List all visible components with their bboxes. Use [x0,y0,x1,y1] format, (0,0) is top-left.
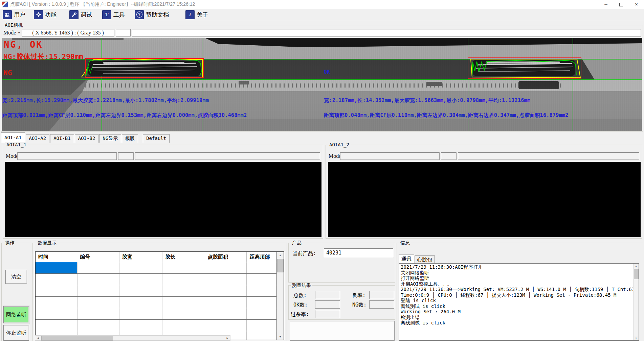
ng-count-field[interactable] [369,300,394,309]
panel2-label: AOIA1_2 [328,142,351,147]
table-cell[interactable] [205,320,247,331]
table-cell[interactable] [119,285,162,296]
table-cell[interactable] [205,285,247,296]
table-row [36,262,276,274]
scroll-up-icon[interactable]: ▲ [277,252,284,258]
table-cell[interactable] [119,308,162,319]
tab-aoi-b2[interactable]: AOI-B2 [75,134,99,143]
menu-item-function[interactable]: 功能 [34,10,57,19]
table-cell[interactable] [77,320,119,331]
ok-count-field[interactable] [315,300,340,309]
column-header-id[interactable]: 编号 [77,252,119,262]
scrollbar-thumb[interactable] [634,269,639,279]
table-cell[interactable] [247,297,276,308]
tab-default[interactable]: Default [143,134,170,143]
table-cell[interactable] [77,308,119,319]
clear-button[interactable]: 清空 [5,270,27,284]
panel1-field1 [17,152,117,160]
table-cell[interactable] [247,274,276,285]
camera-mode-dropdown[interactable]: Mode▼ [3,29,20,36]
table-cell[interactable] [162,297,205,308]
table-cell[interactable] [36,285,77,296]
menu-item-tools[interactable]: T 工具 [102,10,125,19]
table-cell[interactable] [162,308,205,319]
table-cell[interactable] [162,320,205,331]
maximize-button[interactable] [614,0,629,9]
info-icon: i [185,10,195,19]
table-cell[interactable] [205,274,247,285]
data-table-columns: 时间 编号 胶宽 胶长 点胶面积 距离顶部 [36,252,276,340]
table-cell[interactable] [36,320,77,331]
table-cell[interactable] [77,274,119,285]
table-cell[interactable] [77,297,119,308]
table-cell[interactable] [77,262,119,273]
panel2-field2 [441,152,457,160]
table-cell[interactable] [36,308,77,319]
chevron-down-icon: ▼ [18,31,20,34]
table-cell[interactable] [36,274,77,285]
table-cell[interactable] [162,274,205,285]
table-cell[interactable] [119,297,162,308]
network-listen-button[interactable]: 网络监听 [3,306,29,323]
table-cell[interactable] [205,308,247,319]
tab-aoi-a2[interactable]: AOI-A2 [26,134,50,143]
table-cell[interactable] [119,320,162,331]
table-row [36,320,276,331]
log-scrollbar[interactable]: ▲ ▼ [633,264,639,340]
stop-listen-button[interactable]: 停止监听 [3,325,29,341]
table-cell[interactable] [36,297,77,308]
menu-item-user[interactable]: 用户 [3,10,25,19]
table-cell[interactable] [247,285,276,296]
table-cell-selected[interactable] [36,262,77,273]
table-cell[interactable] [77,285,119,296]
left-stats-line1: 宽:2.215mm,长:15.290mm,最大胶宽:2.2218mm,最小:1.… [2,97,209,104]
panel-aoia1-1: AOIA1_1 Mode▼ [3,145,323,239]
close-button[interactable]: ✕ [629,0,644,9]
table-vertical-scrollbar[interactable]: ▲ ▼ [276,252,284,340]
table-cell[interactable] [247,331,276,340]
tab-ng-display[interactable]: NG显示 [99,134,121,143]
table-cell[interactable] [119,274,162,285]
yield-rate-field[interactable] [369,291,394,299]
table-cell[interactable] [247,308,276,319]
ng-count-label: NG数: [352,302,367,308]
table-cell[interactable] [162,262,205,273]
table-cell[interactable] [119,262,162,273]
column-header-time[interactable]: 时间 [36,252,77,262]
menu-item-debug-label: 调试 [81,11,92,19]
table-cell[interactable] [247,262,276,273]
column-header-distance-top[interactable]: 距离顶部 [247,252,276,262]
minimize-button[interactable]: ─ [598,0,614,9]
scroll-down-icon[interactable]: ▼ [277,334,284,340]
table-cell[interactable] [247,320,276,331]
overkill-rate-field[interactable] [315,310,340,318]
tab-aoi-a1[interactable]: AOI-A1 [1,132,25,143]
menu-item-help[interactable]: ? 帮助文档 [135,10,169,19]
scroll-up-icon[interactable]: ▲ [634,264,639,268]
column-header-glue-area[interactable]: 点胶面积 [205,252,247,262]
camera-result-text: NG, OK [4,39,43,50]
total-count-field[interactable] [315,291,340,299]
table-cell[interactable] [205,297,247,308]
menu-item-debug[interactable]: 调试 [69,10,92,19]
menu-item-about[interactable]: i 关于 [185,10,208,19]
log-line: 检测出错 [401,315,632,320]
tab-heartbeat[interactable]: 心跳包 [415,255,435,263]
scrollbar-thumb[interactable] [277,259,284,272]
tab-template[interactable]: 模版 [122,134,138,143]
scroll-down-icon[interactable]: ▼ [634,336,639,340]
window-controls: ─ ✕ [598,0,644,9]
table-cell[interactable] [205,262,247,273]
tab-aoi-b1[interactable]: AOI-B1 [50,134,74,143]
table-cell[interactable] [162,285,205,296]
yield-rate-label: 良率: [352,292,365,299]
column-header-glue-length[interactable]: 胶长 [162,252,205,262]
tab-comms[interactable]: 通讯 [399,254,414,263]
current-product-input[interactable] [324,248,393,257]
scrollbar-thumb[interactable] [41,336,113,341]
column-header-glue-width[interactable]: 胶宽 [119,252,162,262]
comms-log[interactable]: 2021/7/29 11:36:30:AOI程序打开 关闭网络监听 打开网络监听… [399,263,639,341]
scroll-right-icon[interactable]: ► [225,336,230,340]
table-horizontal-scrollbar[interactable]: ◄ ► [35,335,230,341]
scroll-left-icon[interactable]: ◄ [35,336,41,340]
